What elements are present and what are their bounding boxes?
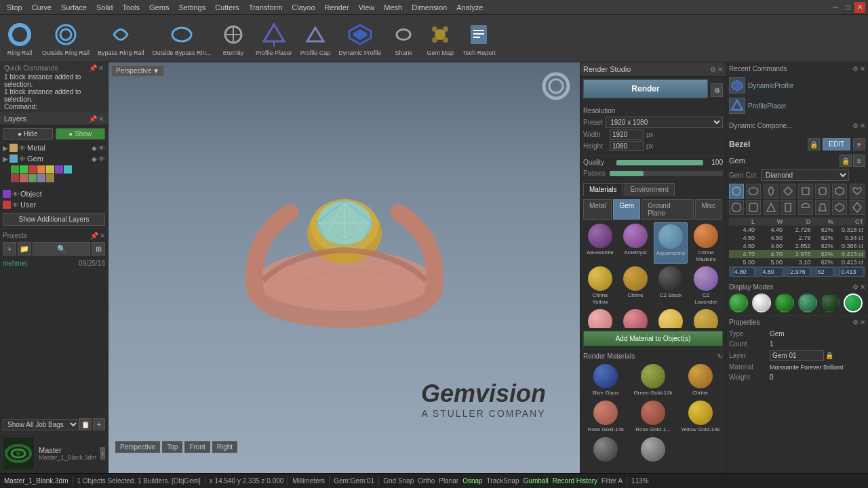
projects-search-icon[interactable]: 🔍 (33, 242, 90, 256)
status-record[interactable]: Record History (553, 477, 597, 485)
sub-layer-1[interactable] (11, 165, 19, 174)
nav-top-btn[interactable]: Top (162, 441, 182, 453)
tool-profile-cap[interactable]: Profile Cap (298, 20, 334, 58)
sub-layer-6[interactable] (55, 165, 63, 174)
quality-slider[interactable] (616, 160, 703, 165)
render-panel-pin[interactable]: ⚙ (710, 66, 716, 73)
show-button[interactable]: ● Show (56, 128, 106, 140)
mat-cz-pink[interactable]: CZ Pink (618, 308, 652, 328)
layers-close-icon[interactable]: ✕ (98, 115, 104, 123)
current-pct-input[interactable] (816, 267, 833, 277)
current-l-input[interactable] (733, 267, 755, 277)
render-mat-yellow-gold-14k[interactable]: Yellow Gold-14k (677, 399, 723, 434)
menu-view[interactable]: View (355, 2, 379, 13)
mat-aquamarine[interactable]: Aquamarine (654, 222, 688, 264)
tool-dynamic-profile[interactable]: Dynamic Profile (336, 20, 384, 58)
passes-slider[interactable] (610, 171, 723, 176)
gem-shape-marquise[interactable] (781, 184, 795, 199)
projects-add-icon[interactable]: + (3, 242, 16, 256)
mat-cz-yellow-light[interactable]: CZ Yellow Light (654, 308, 688, 328)
status-osnap[interactable]: Osnap (462, 477, 482, 485)
layer-gem-eye2[interactable]: 👁 (98, 155, 105, 163)
render-mat-citrine-r[interactable]: Citrine (677, 363, 723, 397)
nav-front-btn[interactable]: Front (184, 441, 210, 453)
dc-close-icon[interactable]: ✕ (860, 122, 865, 129)
menu-surface[interactable]: Surface (57, 2, 91, 13)
render-mat-green-gold[interactable]: Green Gold-10k (631, 363, 676, 397)
size-row-3[interactable]: 4.70 4.70 2.976 62% 0.413 ct (729, 250, 865, 258)
gem-cut-select[interactable]: Diamond (761, 169, 849, 181)
nav-perspective-btn[interactable]: Perspective (115, 441, 160, 453)
show-additional-layers-button[interactable]: Show Additional Layers (3, 213, 105, 226)
layer-gem-icon-eye[interactable]: 👁 (19, 155, 26, 163)
gem-shape-round[interactable] (729, 184, 744, 199)
status-filter[interactable]: Filter A (601, 477, 623, 485)
render-settings-button[interactable]: ⚙ (711, 83, 723, 97)
sub-layer-7[interactable] (64, 165, 72, 174)
sub-layer-9[interactable] (20, 174, 28, 182)
layer-lock-icon[interactable]: 🔒 (825, 352, 833, 359)
prop-pin-icon[interactable]: ⚙ (852, 319, 859, 326)
recent-pin-icon[interactable]: ⚙ (852, 65, 859, 73)
dm-mode-6[interactable] (844, 293, 863, 312)
viewport[interactable]: Perspective ▼ (108, 62, 580, 473)
menu-settings[interactable]: Settings (174, 2, 210, 13)
mat-citrine-yellow[interactable]: Citrine Yellow (583, 265, 617, 306)
dm-mode-5[interactable] (821, 293, 840, 312)
tool-eternity[interactable]: Eternity (216, 20, 250, 58)
tool-tech-report[interactable]: Tech Report (460, 20, 498, 58)
recent-profile-placer[interactable]: ProfilePlacer (729, 96, 865, 116)
dm-mode-2[interactable] (752, 293, 771, 312)
gem-shape-oval[interactable] (746, 184, 761, 199)
layer-metal-eye2[interactable]: 👁 (98, 144, 105, 152)
status-planar[interactable]: Planar (439, 477, 458, 485)
tool-gem-map[interactable]: Gem Map (423, 20, 457, 58)
tool-outside-ring-rail[interactable]: Outside Ring Rail (39, 20, 92, 58)
menu-cutters[interactable]: Cutters (211, 2, 243, 13)
qc-pin-icon[interactable]: 📌 (89, 64, 97, 72)
job-bag-icon1[interactable]: 📋 (79, 418, 92, 430)
height-input[interactable] (610, 141, 644, 151)
menu-gems[interactable]: Gems (145, 2, 173, 13)
current-ct-input[interactable] (840, 267, 863, 277)
mat-amethyst[interactable]: Amethyst (618, 222, 652, 264)
gem-shape-cushion[interactable] (815, 184, 830, 199)
layer-metal-icon-eye[interactable]: 👁 (19, 144, 26, 152)
qc-close-icon[interactable]: ✕ (98, 64, 104, 72)
add-material-button[interactable]: Add Material to Object(s) (583, 331, 723, 346)
bezel-menu-icon[interactable]: ≡ (853, 138, 865, 150)
projects-grid-icon[interactable]: ⊞ (92, 242, 105, 256)
render-mat-rose-gold-1[interactable]: Rose Gold-1... (631, 399, 676, 434)
dm-pin-icon[interactable]: ⚙ (852, 283, 859, 291)
gem-shape-kite[interactable] (850, 200, 865, 215)
dm-mode-4[interactable] (798, 293, 817, 312)
layers-pin-icon[interactable]: 📌 (89, 115, 97, 123)
tab-environment[interactable]: Environment (625, 183, 675, 196)
layer-user-icon[interactable]: 👁 (12, 201, 19, 209)
gem-shape-emerald[interactable] (729, 200, 744, 215)
perspective-button[interactable]: Perspective ▼ (111, 65, 164, 77)
projects-folder-icon[interactable]: 📁 (18, 242, 31, 256)
tool-bypass-ring-rail[interactable]: Bypass Ring Rail (95, 20, 147, 58)
sub-layer-8[interactable] (11, 174, 19, 182)
close-button[interactable]: ✕ (854, 2, 865, 13)
sub-layer-3[interactable] (28, 165, 37, 174)
mat-cz-black[interactable]: CZ Black (654, 265, 688, 306)
menu-clayoo[interactable]: Clayoo (288, 2, 319, 13)
bezel-edit-button[interactable]: EDIT (823, 138, 850, 150)
tool-outside-bypass[interactable]: Outside Bypass Rin... (150, 20, 214, 58)
gem-shape-tapered-baguette[interactable] (815, 200, 830, 215)
sub-layer-5[interactable] (46, 165, 54, 174)
mat-cz-pink-light[interactable]: CZ Pink Light (583, 308, 617, 328)
bezel-lock-icon[interactable]: 🔒 (808, 138, 820, 150)
gem-menu-icon[interactable]: ≡ (853, 155, 865, 167)
mat-citrine-madeira[interactable]: Citrine Madeira (689, 222, 723, 264)
render-mat-extra1[interactable] (583, 436, 629, 464)
gem-shape-pear[interactable] (764, 184, 778, 199)
job-bags-select[interactable]: Show All Job Bags (3, 419, 79, 430)
menu-mesh[interactable]: Mesh (380, 2, 406, 13)
size-row-0[interactable]: 4.40 4.40 2.728 62% 0.318 ct (729, 226, 865, 234)
size-row-1[interactable]: 4.50 4.50 2.79 62% 0.34 ct (729, 234, 865, 242)
recent-dynamic-profile[interactable]: DynamicProfile (729, 75, 865, 96)
sub-layer-4[interactable] (37, 165, 45, 174)
